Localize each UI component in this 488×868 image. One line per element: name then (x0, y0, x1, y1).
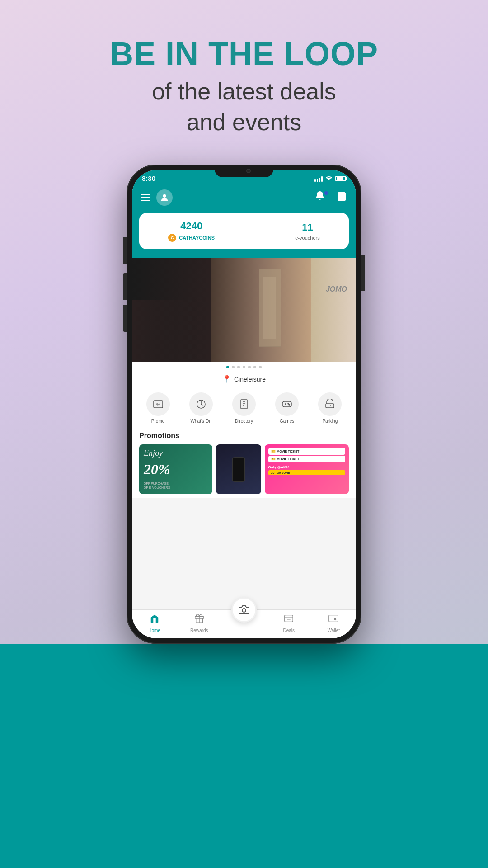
promo-card-voucher[interactable]: Enjoy 20% OFF PURCHASEOF E-VOUCHERS (139, 444, 212, 494)
svg-rect-5 (282, 401, 291, 407)
voucher-count: 11 (295, 222, 319, 233)
promotions-section: Promotions Enjoy 20% OFF PURCHASEOF E-VO… (132, 427, 356, 498)
battery-icon (335, 176, 346, 181)
store-brand: JOMO (326, 285, 347, 293)
store-bg: JOMO (132, 258, 356, 362)
dot-4[interactable] (243, 366, 245, 368)
coins-amount: 4240 (168, 220, 215, 232)
movie-ticket-1: 🎫 MOVIE TICKET (268, 448, 345, 455)
games-label: Games (280, 419, 294, 424)
location-pin-icon: 📍 (222, 375, 231, 383)
parking-icon: P (318, 392, 342, 416)
bell-button[interactable] (314, 190, 329, 205)
promo-card-app[interactable] (216, 444, 261, 494)
deals-label: Deals (283, 628, 295, 633)
signal-icon (314, 175, 323, 182)
coins-card: 4240 C CATHAYCOINS 11 e-vouchers (139, 213, 349, 249)
coins-section: 4240 C CATHAYCOINS 11 e-vouchers (132, 213, 356, 258)
games-icon (275, 392, 299, 416)
nav-deals[interactable]: Deals (267, 613, 311, 633)
dot-5[interactable] (248, 366, 251, 368)
svg-text:P: P (329, 404, 331, 407)
svg-rect-13 (285, 615, 293, 622)
phone-frame: 8:30 (127, 165, 361, 644)
avatar[interactable] (156, 189, 173, 206)
menu-button[interactable] (141, 194, 150, 201)
directory-icon (232, 392, 256, 416)
nav-home[interactable]: Home (132, 613, 177, 633)
phone-notch (215, 165, 273, 177)
phone-mockup: 8:30 (127, 165, 361, 644)
promo-cards-row: Enjoy 20% OFF PURCHASEOF E-VOUCHERS 🎫 MO… (139, 444, 349, 494)
nav-wallet[interactable]: Wallet (311, 613, 356, 633)
promotions-title: Promotions (139, 432, 349, 440)
home-label: Home (148, 628, 160, 633)
phone-screen: 8:30 (132, 170, 356, 638)
enjoy-pct: 20% (144, 462, 208, 476)
phone-small-icon (232, 457, 245, 482)
hero-headline: BE IN THE LOOP (110, 36, 378, 72)
nav-rewards[interactable]: Rewards (177, 613, 221, 633)
banner-dots (132, 362, 356, 371)
dot-7[interactable] (259, 366, 262, 368)
svg-point-12 (242, 609, 246, 612)
status-time: 8:30 (142, 175, 155, 182)
quick-parking[interactable]: P Parking (318, 392, 342, 424)
quick-whats-on[interactable]: What's On (189, 392, 213, 424)
only-amk-text: Only @AMK (268, 465, 345, 469)
date-badge: 10 - 30 JUNE (268, 470, 345, 475)
quick-directory[interactable]: Directory (232, 392, 256, 424)
wallet-icon (328, 613, 338, 626)
location-name: Cineleisure (234, 376, 266, 383)
wifi-icon (325, 175, 333, 182)
cart-button[interactable] (336, 191, 347, 204)
svg-point-9 (289, 404, 290, 405)
whats-on-label: What's On (191, 419, 211, 424)
dot-2[interactable] (232, 366, 235, 368)
bottom-navigation: Home Rewards (132, 609, 356, 638)
quick-games[interactable]: Games (275, 392, 299, 424)
rewards-icon (194, 613, 204, 626)
home-icon (150, 613, 160, 626)
svg-point-0 (163, 194, 166, 198)
promo-label: Promo (151, 419, 164, 424)
promo-icon: % (146, 392, 170, 416)
dot-1[interactable] (226, 366, 229, 368)
wallet-label: Wallet (328, 628, 340, 633)
app-header (132, 185, 356, 213)
whats-on-icon (189, 392, 213, 416)
svg-text:%: % (156, 402, 160, 407)
dot-6[interactable] (253, 366, 256, 368)
rewards-label: Rewards (190, 628, 208, 633)
hero-subtext: of the latest dealsand events (110, 76, 378, 137)
coins-info: 4240 C CATHAYCOINS (168, 220, 215, 242)
promo-card-movie[interactable]: 🎫 MOVIE TICKET 🎫 MOVIE TICKET Only @AMK … (265, 444, 349, 494)
deals-icon (284, 613, 294, 626)
coins-name: CATHAYCOINS (179, 235, 215, 241)
enjoy-sub: OFF PURCHASEOF E-VOUCHERS (144, 481, 208, 490)
coin-icon: C (168, 234, 176, 242)
svg-point-8 (288, 403, 289, 404)
coins-label-row: C CATHAYCOINS (168, 234, 215, 242)
banner-image[interactable]: JOMO (132, 258, 356, 362)
voucher-label: e-vouchers (295, 235, 319, 241)
notification-dot (324, 190, 329, 196)
quick-actions: % Promo What's On (132, 387, 356, 427)
directory-label: Directory (235, 419, 253, 424)
vouchers-info: 11 e-vouchers (295, 222, 319, 241)
location-row: 📍 Cineleisure (132, 371, 356, 387)
header-right (314, 190, 347, 205)
receipt-fab[interactable] (231, 597, 257, 623)
bottom-teal-bar (0, 644, 488, 868)
movie-ticket-2: 🎫 MOVIE TICKET (268, 456, 345, 462)
status-icons (314, 175, 346, 182)
quick-promo[interactable]: % Promo (146, 392, 170, 424)
parking-label: Parking (322, 419, 338, 424)
header-left (141, 189, 173, 206)
hero-section: BE IN THE LOOP of the latest dealsand ev… (110, 0, 378, 165)
dot-3[interactable] (237, 366, 240, 368)
notch-camera (246, 169, 251, 173)
divider (255, 222, 255, 240)
enjoy-text: Enjoy (144, 449, 208, 457)
